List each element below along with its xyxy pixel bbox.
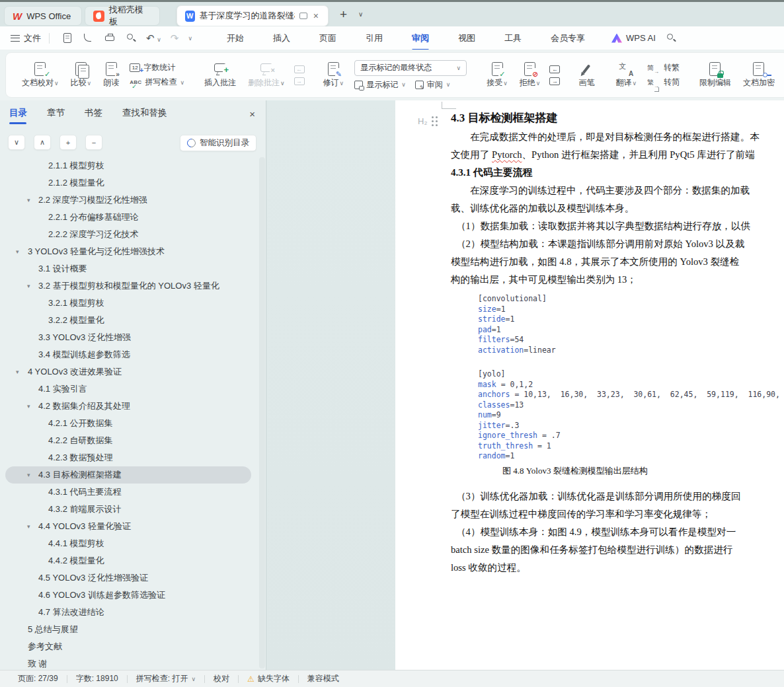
outline-item[interactable]: ▾ 3.2.2 模型量化 — [0, 312, 259, 329]
outline-item[interactable]: ▾ 4.5 YOLOv3 泛化性增强验证 — [0, 569, 259, 587]
print-button[interactable] — [104, 32, 116, 44]
outline-item[interactable]: ▾ 3.1 设计概要 — [0, 260, 259, 277]
review-pane-button[interactable]: 审阅∨ — [415, 79, 451, 90]
spell-check-button[interactable]: ABC 拼写检查∨ — [130, 77, 184, 88]
ribbon-tab[interactable]: 开始 — [212, 27, 258, 50]
outline-item[interactable]: ▾ 4.2.2 自研数据集 — [0, 432, 259, 449]
sidebar-tab[interactable]: 书签 — [85, 107, 102, 124]
outline-item[interactable]: ▾ 2.1.1 模型剪枝 — [0, 157, 259, 174]
doc-proof-button[interactable]: 文档校对∨ — [17, 58, 64, 92]
outline-item[interactable]: ▾ 3.2 基于模型剪枝和模型量化的 YOLOv3 轻量化 — [0, 277, 259, 295]
outline-item[interactable]: ▾ 致 谢 — [0, 655, 259, 669]
search-button[interactable] — [665, 32, 677, 44]
delete-comment-button[interactable]: 删除批注∨ — [243, 58, 290, 92]
new-tab-button[interactable]: + — [340, 7, 347, 22]
heading-level-badge[interactable]: H₂ — [418, 116, 434, 126]
outline-item[interactable]: ▾ 5 总结与展望 — [0, 621, 259, 638]
proofread-button[interactable]: 校对 — [205, 673, 238, 684]
outline-item[interactable]: ▾ 4.3.2 前端展示设计 — [0, 501, 259, 518]
outline-item[interactable]: ▾ 3.2.1 模型剪枝 — [0, 295, 259, 312]
brush-button[interactable]: 画笔 — [573, 58, 600, 92]
close-sidebar-icon[interactable]: × — [249, 108, 255, 120]
ribbon-tab[interactable]: 插入 — [258, 27, 305, 50]
outline-item[interactable]: ▾ 4.3.1 代码主要流程 — [0, 484, 259, 501]
outline-item[interactable]: ▾ 4.4 YOLOv3 轻量化验证 — [0, 518, 259, 535]
compare-button[interactable]: 比较∨ — [65, 58, 97, 92]
previous-change-icon[interactable]: ← — [549, 65, 560, 73]
outline-item[interactable]: ▾ 4 YOLOv3 改进效果验证 — [0, 363, 259, 380]
outline-item[interactable]: ▾ 2.2 深度学习模型泛化性增强 — [0, 192, 259, 209]
translate-button[interactable]: 翻译∨ — [610, 58, 642, 92]
document-page[interactable]: H₂ 4.3 目标检测框架搭建 在完成数据文件的处理后，即是对目标检测任务的框架… — [395, 100, 784, 670]
restrict-editing-button[interactable]: 限制编辑 — [694, 58, 736, 92]
read-aloud-button[interactable]: 朗读 — [98, 58, 124, 92]
to-traditional-button[interactable]: 简 转繁 — [647, 62, 680, 73]
expand-arrow-icon[interactable]: ▾ — [16, 363, 19, 380]
encrypt-document-button[interactable]: 文档加密 — [738, 58, 780, 92]
export-button[interactable] — [83, 32, 95, 44]
spellcheck-toggle[interactable]: 拼写检查: 打开∨ — [128, 673, 204, 684]
outline-item[interactable]: ▾ 4.3 目标检测框架搭建 — [5, 466, 251, 484]
to-simplified-button[interactable]: 繁 转简 — [647, 77, 680, 88]
close-tab-icon[interactable]: × — [312, 11, 320, 21]
save-button[interactable] — [61, 32, 73, 44]
sidebar-tab[interactable]: 目录 — [9, 107, 27, 124]
outline-item[interactable]: ▾ 2.2.2 深度学习泛化技术 — [0, 226, 259, 243]
outline-item[interactable]: ▾ 3.3 YOLOv3 泛化性增强 — [0, 329, 259, 346]
outline-item[interactable]: ▾ 3 YOLOv3 轻量化与泛化性增强技术 — [0, 243, 259, 260]
print-preview-button[interactable] — [125, 32, 137, 44]
outline-item[interactable]: ▾ 4.1 实验引言 — [0, 380, 259, 398]
expand-arrow-icon[interactable]: ▾ — [16, 243, 19, 260]
outline-item[interactable]: ▾ 4.2.1 公开数据集 — [0, 415, 259, 432]
page-indicator[interactable]: 页面: 27/39 — [9, 673, 67, 684]
outline-item[interactable]: ▾ 4.6 YOLOv3 训练超参数筛选验证 — [0, 587, 259, 604]
ribbon-tab[interactable]: 页面 — [305, 27, 351, 50]
ribbon-tab[interactable]: 工具 — [490, 27, 536, 50]
expand-arrow-icon[interactable]: ▾ — [27, 277, 30, 295]
markup-state-dropdown[interactable]: 显示标记的最终状态∨ — [354, 60, 467, 76]
expand-arrow-icon[interactable]: ▾ — [27, 518, 30, 535]
outline-item[interactable]: ▾ 4.7 算法改进结论 — [0, 604, 259, 621]
outline-item[interactable]: ▾ 参考文献 — [0, 638, 259, 655]
presentation-mode-icon[interactable] — [299, 13, 307, 19]
group-expand-icon[interactable] — [654, 87, 659, 92]
ribbon-tab[interactable]: 引用 — [351, 27, 397, 50]
outline-item[interactable]: ▾ 4.4.2 模型量化 — [0, 552, 259, 569]
next-change-icon[interactable]: → — [549, 77, 560, 85]
accept-button[interactable]: 接受∨ — [481, 58, 513, 92]
missing-font-warning[interactable]: ⚠缺失字体 — [239, 673, 298, 684]
wps-ai-button[interactable]: WPS AI — [611, 33, 656, 43]
app-tab-docer-templates[interactable]: 找稻壳模板 — [85, 6, 160, 26]
previous-comment-icon[interactable]: ← — [294, 65, 305, 73]
drag-handle-icon[interactable] — [432, 116, 434, 118]
ribbon-tab[interactable]: 视图 — [444, 27, 490, 50]
insert-comment-button[interactable]: 插入批注 — [199, 58, 241, 92]
tab-list-chevron-icon[interactable]: ∨ — [358, 11, 363, 18]
sidebar-scrollbar[interactable] — [259, 157, 265, 669]
ribbon-tab[interactable]: 审阅 — [397, 27, 444, 50]
sidebar-tab[interactable]: 查找和替换 — [122, 107, 167, 124]
outline-item[interactable]: ▾ 4.2 数据集介绍及其处理 — [0, 398, 259, 415]
outline-item[interactable]: ▾ 4.2.3 数据预处理 — [0, 449, 259, 466]
outline-item[interactable]: ▾ 2.1.2 模型量化 — [0, 174, 259, 192]
show-markup-button[interactable]: 显示标记∨ — [354, 79, 406, 90]
collapse-all-button[interactable]: ∨ — [8, 135, 25, 150]
toolbar-more-chevron-icon[interactable]: ∨ — [188, 35, 192, 42]
word-count-indicator[interactable]: 字数: 18910 — [67, 673, 127, 684]
zoom-out-outline-button[interactable]: − — [85, 135, 102, 150]
compatibility-mode-indicator[interactable]: 兼容模式 — [299, 673, 348, 684]
track-changes-button[interactable]: 修订∨ — [318, 58, 350, 92]
ribbon-tab[interactable]: 会员专享 — [536, 27, 600, 50]
zoom-in-outline-button[interactable]: + — [59, 135, 77, 150]
sidebar-tab[interactable]: 章节 — [47, 107, 65, 124]
document-tab-active[interactable]: W 基于深度学习的道路裂缝检测 × — [176, 5, 329, 26]
smart-recognize-toc-button[interactable]: 智能识别目录 — [180, 135, 256, 151]
document-body[interactable]: 4.3 目标检测框架搭建 在完成数据文件的处理后，即是对目标检测任务的框架进行搭… — [451, 108, 784, 577]
finalize-document-button[interactable]: 文档定稿∨ — [781, 58, 784, 92]
word-count-button[interactable]: 12 字数统计 — [130, 62, 184, 73]
redo-button[interactable]: ↷ — [171, 32, 179, 44]
undo-button[interactable]: ↶ ∨ — [146, 32, 161, 44]
file-menu[interactable]: 文件 — [11, 32, 41, 44]
expand-arrow-icon[interactable]: ▾ — [27, 466, 30, 484]
outline-item[interactable]: ▾ 2.2.1 分布偏移基础理论 — [0, 209, 259, 226]
